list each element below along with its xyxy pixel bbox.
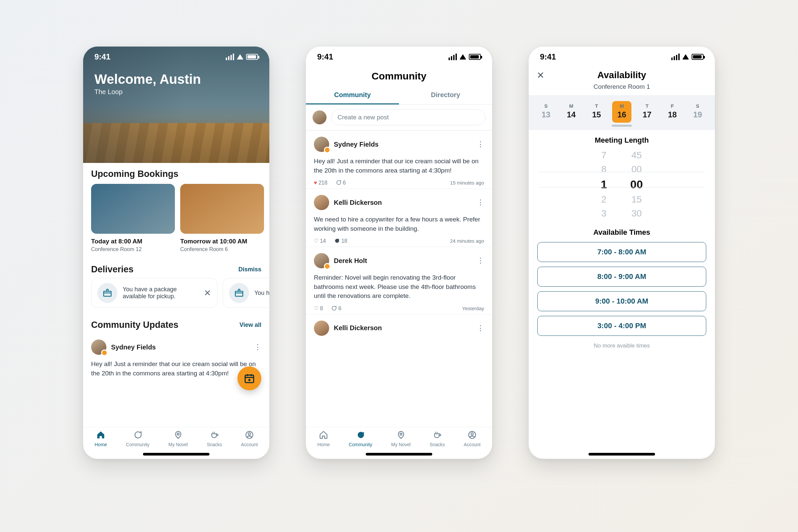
tab-mynovel[interactable]: My Novel	[169, 429, 188, 450]
avatar[interactable]	[314, 195, 329, 210]
post-author: Kelli Dickerson	[334, 324, 382, 332]
cellular-icon	[671, 54, 680, 60]
time-slot-button[interactable]: 7:00 - 8:00 AM	[537, 242, 706, 262]
available-times-title: Availabile Times	[529, 228, 715, 237]
avatar[interactable]	[314, 253, 329, 268]
week-picker[interactable]: S13 M14 T15 M16 T17 F18 S19	[529, 95, 715, 130]
tab-snacks[interactable]: Snacks	[430, 429, 445, 450]
day-col[interactable]: T15	[587, 101, 606, 123]
delivery-card[interactable]: You have a package available for pickup.…	[91, 278, 217, 308]
post-time: 24 minutes ago	[450, 238, 484, 244]
like-button[interactable]: ♡ 8	[314, 305, 323, 311]
phone-home: 9:41 Welcome, Austin The Loop Upcoming B…	[83, 46, 269, 459]
bookings-row[interactable]: Today at 8:00 AM Conference Room 12 Tomo…	[83, 184, 269, 258]
tab-community[interactable]: Community	[126, 429, 150, 450]
like-button[interactable]: ♡ 14	[314, 238, 326, 244]
badge-icon	[324, 263, 330, 270]
minutes-wheel[interactable]: 45 00 00 15 30	[630, 150, 643, 219]
phone-availability: 9:41 ✕ Availability Conference Room 1 S1…	[529, 46, 715, 459]
day-col-selected[interactable]: M16	[612, 101, 631, 123]
package-icon	[229, 283, 249, 303]
post-time: 15 minutes ago	[450, 180, 484, 186]
avatar[interactable]	[314, 321, 329, 336]
wifi-icon	[682, 54, 689, 59]
tab-community[interactable]: Community	[349, 429, 373, 450]
badge-icon	[324, 147, 330, 153]
comment-button[interactable]: 6	[336, 179, 346, 186]
tab-account[interactable]: Account	[241, 429, 258, 450]
booking-card[interactable]: Today at 8:00 AM Conference Room 12	[91, 184, 175, 252]
location-label: The Loop	[94, 88, 258, 96]
status-icons	[226, 54, 258, 60]
time-slot-button[interactable]: 3:00 - 4:00 PM	[537, 316, 706, 336]
avatar[interactable]	[314, 137, 329, 152]
welcome-title: Welcome, Austin	[94, 72, 258, 87]
tab-label: Account	[464, 442, 481, 447]
avatar[interactable]	[312, 110, 326, 125]
duration-picker[interactable]: 7 8 1 2 3 45 00 00 15 30	[529, 148, 715, 222]
more-icon[interactable]: ⋮	[477, 198, 484, 207]
hero-image: 9:41 Welcome, Austin The Loop	[83, 46, 269, 163]
day-col[interactable]: T17	[638, 101, 657, 123]
dismiss-button[interactable]: Dismiss	[239, 266, 261, 273]
svg-point-5	[248, 433, 251, 435]
location-icon	[395, 429, 407, 440]
day-col[interactable]: S19	[688, 101, 707, 123]
booking-room: Conference Room 12	[91, 246, 175, 252]
time-slot-button[interactable]: 9:00 - 10:00 AM	[537, 291, 706, 311]
status-bar: 9:41	[83, 46, 269, 67]
close-icon[interactable]: ✕	[204, 288, 211, 298]
comment-count: 18	[341, 238, 347, 244]
day-col[interactable]: F18	[663, 101, 682, 123]
time-slot-button[interactable]: 8:00 - 9:00 AM	[537, 267, 706, 287]
no-more-times-label: No more avaible times	[529, 342, 715, 349]
delivery-card[interactable]: You have a package avail	[223, 278, 269, 308]
booking-thumb	[91, 184, 175, 234]
post-author: Sydney Fields	[334, 141, 379, 148]
battery-icon	[691, 54, 704, 60]
svg-point-8	[471, 433, 474, 435]
page-title: Community	[306, 67, 492, 87]
more-icon[interactable]: ⋮	[477, 324, 484, 332]
post-body: Hey all! Just a reminder that our ice cr…	[91, 359, 261, 378]
booking-card[interactable]: Tomorrow at 10:00 AM Conference Room 6	[180, 184, 264, 252]
post-body: We need to hire a copywriter for a few h…	[314, 215, 484, 233]
battery-icon	[469, 54, 481, 60]
hours-wheel[interactable]: 7 8 1 2 3	[601, 150, 607, 219]
delivery-text: You have a package available for pickup.	[123, 286, 189, 300]
drag-handle-icon[interactable]	[612, 125, 632, 127]
comment-button[interactable]: 18	[334, 238, 347, 244]
cellular-icon	[449, 54, 457, 60]
avatar[interactable]	[91, 340, 107, 355]
tab-home[interactable]: Home	[94, 429, 107, 450]
booking-when: Tomorrow at 10:00 AM	[180, 238, 264, 245]
meeting-length-title: Meeting Length	[529, 136, 715, 145]
tab-snacks[interactable]: Snacks	[207, 429, 222, 450]
like-button[interactable]: ♥ 218	[314, 180, 327, 186]
more-icon[interactable]: ⋮	[254, 343, 261, 352]
view-all-button[interactable]: View all	[240, 322, 261, 328]
tab-home[interactable]: Home	[317, 429, 329, 450]
tab-directory[interactable]: Directory	[399, 87, 492, 104]
status-icons	[671, 54, 704, 60]
day-col[interactable]: S13	[536, 101, 556, 123]
comment-count: 6	[339, 306, 341, 311]
upcoming-bookings-title: Upcoming Bookings	[83, 163, 269, 184]
status-bar: 9:41	[306, 46, 492, 67]
room-label: Conference Room 1	[529, 83, 715, 91]
account-icon	[244, 429, 255, 440]
more-icon[interactable]: ⋮	[477, 256, 484, 265]
post-time: Yesterday	[462, 306, 484, 311]
new-post-input[interactable]: Create a new post	[331, 109, 486, 125]
phone-community: 9:41 Community Community Directory Creat…	[306, 46, 492, 459]
tab-mynovel[interactable]: My Novel	[391, 429, 411, 450]
new-booking-fab[interactable]	[238, 366, 261, 391]
booking-thumb	[180, 184, 264, 234]
comment-button[interactable]: 6	[331, 305, 341, 311]
more-icon[interactable]: ⋮	[477, 140, 484, 149]
community-tabs: Community Directory	[306, 87, 492, 105]
close-button[interactable]: ✕	[537, 70, 544, 81]
tab-community[interactable]: Community	[306, 87, 399, 104]
tab-account[interactable]: Account	[464, 429, 481, 450]
day-col[interactable]: M14	[562, 101, 581, 123]
